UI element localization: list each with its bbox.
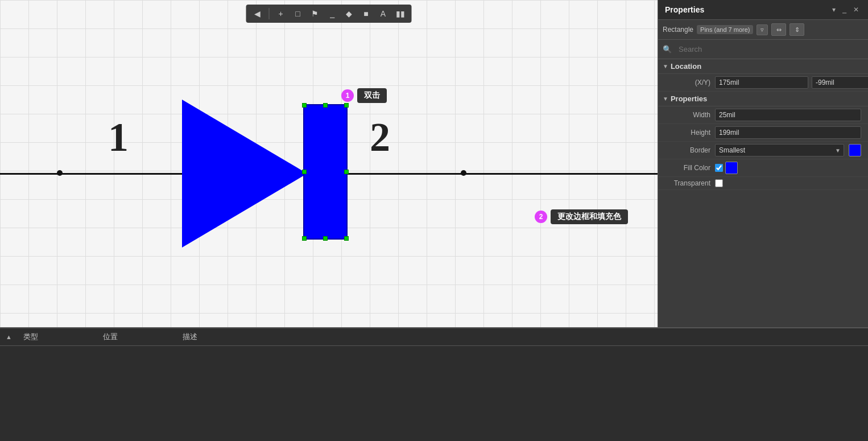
handle-mr[interactable] xyxy=(344,170,349,174)
prop-close-btn[interactable]: ✕ xyxy=(851,5,861,15)
flag-btn[interactable]: ⚑ xyxy=(308,7,322,20)
prop-search-row: 🔍 xyxy=(658,40,868,59)
prop-xy-row: (X/Y) xyxy=(658,74,868,92)
width-label: Width xyxy=(665,111,710,119)
tooltip-change-border: 2 更改边框和填充色 xyxy=(535,209,628,224)
handle-br[interactable] xyxy=(344,236,349,241)
canvas-area: ◀ + □ ⚑ ⎯ ◆ ■ A ▮▮ xyxy=(0,0,658,327)
border-select[interactable]: Smallest Small Medium Large xyxy=(715,144,844,156)
prop-collapse-btn[interactable]: ⇕ xyxy=(790,23,804,36)
tooltip-2-text: 更改边框和填充色 xyxy=(551,209,628,224)
text-btn[interactable]: A xyxy=(377,7,390,20)
props-section-header[interactable]: ▼ Properties xyxy=(658,92,868,106)
props-section-label: Properties xyxy=(671,94,707,103)
search-input[interactable] xyxy=(675,43,863,55)
properties-panel: Properties ▾ ⎯ ✕ Rectangle Pins (and 7 m… xyxy=(658,0,868,327)
props-collapse-arrow: ▼ xyxy=(663,96,668,102)
prop-border-row: Border Smallest Small Medium Large ▼ xyxy=(658,142,868,159)
top-area: ◀ + □ ⚑ ⎯ ◆ ■ A ▮▮ xyxy=(0,0,868,327)
prop-header: Properties ▾ ⎯ ✕ xyxy=(658,0,868,20)
handle-ml[interactable] xyxy=(302,170,307,174)
height-input[interactable] xyxy=(715,126,861,139)
border-label: Border xyxy=(665,146,710,154)
prop-filter-badge: Pins (and 7 more) xyxy=(697,25,753,34)
prop-filter-row: Rectangle Pins (and 7 more) ▿ ⇔ ⇕ xyxy=(658,20,868,40)
handle-tr[interactable] xyxy=(344,103,349,108)
handle-tc[interactable] xyxy=(323,103,328,108)
fill-color-checkbox[interactable] xyxy=(715,164,723,172)
blue-rect-selected[interactable] xyxy=(303,104,348,240)
rect-btn[interactable]: □ xyxy=(291,7,305,20)
main-container: ◀ + □ ⚑ ⎯ ◆ ■ A ▮▮ xyxy=(0,0,868,441)
location-section-header[interactable]: ▼ Location xyxy=(658,59,868,74)
more-btn[interactable]: ▮▮ xyxy=(394,7,407,20)
component-number-2: 2 xyxy=(370,114,390,161)
bottom-panel: ▲ 类型 位置 描述 xyxy=(0,327,868,441)
location-collapse-arrow: ▼ xyxy=(663,63,668,69)
border-color-swatch[interactable] xyxy=(849,144,861,156)
transparent-label: Transparent xyxy=(665,179,710,187)
col-desc: 描述 xyxy=(183,332,251,342)
prop-header-btns: ▾ ⎯ ✕ xyxy=(830,5,861,15)
prop-filter-label: Rectangle xyxy=(663,26,693,34)
fill-color-swatch[interactable] xyxy=(725,162,738,174)
handle-bc[interactable] xyxy=(323,236,328,241)
fill-color-row: Fill Color xyxy=(658,159,868,177)
border-select-wrap: Smallest Small Medium Large ▼ xyxy=(715,144,844,156)
prop-minimize-btn[interactable]: ⎯ xyxy=(840,5,849,15)
prop-height-row: Height xyxy=(658,124,868,142)
toolbar-sep-1 xyxy=(269,8,270,19)
x-input[interactable] xyxy=(715,76,808,89)
prop-filter-dropdown-btn[interactable]: ▿ xyxy=(757,24,768,35)
bottom-content xyxy=(0,346,868,441)
col-pos: 位置 xyxy=(103,332,171,342)
tooltip-double-click: 1 双击 xyxy=(341,88,387,103)
height-label: Height xyxy=(665,129,710,137)
fill-color-check-group xyxy=(715,162,738,174)
prop-expand-btn[interactable]: ⇔ xyxy=(771,23,786,36)
component-number-1: 1 xyxy=(108,114,129,161)
filter-icon: ▿ xyxy=(760,26,764,34)
line-dot-right xyxy=(461,170,466,176)
prop-width-row: Width xyxy=(658,106,868,124)
width-input[interactable] xyxy=(715,109,861,121)
bottom-header: ▲ 类型 位置 描述 xyxy=(0,328,868,346)
search-icon: 🔍 xyxy=(663,45,672,53)
prop-transparent-row: Transparent xyxy=(658,177,868,190)
col-type: 类型 xyxy=(23,332,92,342)
poly-btn[interactable]: ◆ xyxy=(342,7,356,20)
add-btn[interactable]: + xyxy=(274,7,288,20)
blue-triangle xyxy=(182,100,307,248)
square-btn[interactable]: ■ xyxy=(359,7,373,20)
tooltip-1-badge: 1 xyxy=(341,89,354,102)
xy-inputs xyxy=(715,76,868,89)
tooltip-1-text: 双击 xyxy=(357,88,387,103)
handle-tl[interactable] xyxy=(302,103,307,108)
filter-btn[interactable]: ◀ xyxy=(251,7,264,20)
xy-label: (X/Y) xyxy=(665,79,710,86)
prop-pin-btn[interactable]: ▾ xyxy=(830,5,838,15)
handle-bl[interactable] xyxy=(302,236,307,241)
prop-title: Properties xyxy=(665,5,704,14)
fill-color-label: Fill Color xyxy=(665,164,710,172)
y-input[interactable] xyxy=(812,76,868,89)
location-section-label: Location xyxy=(671,62,701,71)
line-dot-left xyxy=(57,170,63,176)
pin-btn[interactable]: ⎯ xyxy=(325,7,339,20)
tooltip-2-badge: 2 xyxy=(535,211,547,223)
transparent-checkbox[interactable] xyxy=(715,179,723,187)
sort-indicator: ▲ xyxy=(6,333,12,340)
toolbar: ◀ + □ ⚑ ⎯ ◆ ■ A ▮▮ xyxy=(246,5,412,23)
